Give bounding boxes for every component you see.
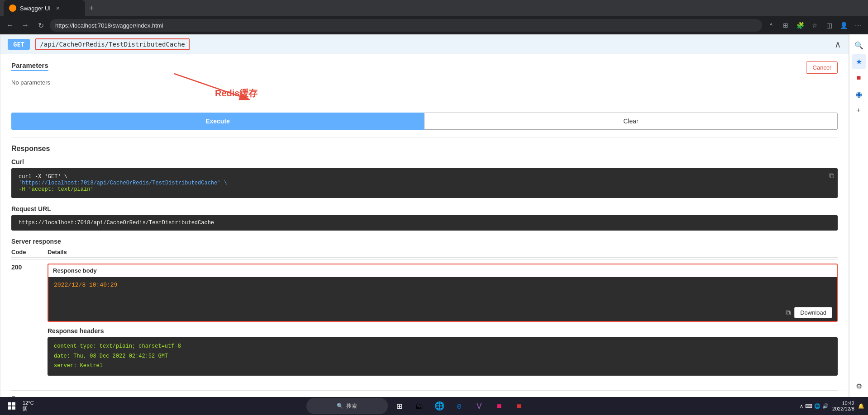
responses-section-title: Responses	[11, 145, 838, 153]
svg-rect-2	[8, 402, 11, 406]
server-response-title: Server response	[11, 238, 838, 245]
taskbar-center: 🔍 搜索 ⊞ 🗂 🌐 e V ■ ■	[306, 398, 527, 414]
notification-btn[interactable]: 🔔	[858, 403, 864, 409]
browser-tab[interactable]: Swagger UI ✕	[4, 0, 85, 16]
reading-mode-btn[interactable]: ᴬ	[765, 19, 777, 32]
method-badge: GET	[8, 39, 30, 50]
response-header-3: server: Kestrel	[54, 361, 831, 371]
search-label: 搜索	[346, 402, 357, 410]
taskbar-left: 12°C 阴	[4, 398, 34, 414]
tray-sound-icon: 🔊	[822, 403, 829, 409]
system-tray-icons: ∧ ⌨ 🌐 🔊	[800, 403, 829, 409]
weather-info: 12°C 阴	[23, 400, 34, 412]
taskbar-right: ∧ ⌨ 🌐 🔊 10:42 2022/12/8 🔔	[800, 401, 864, 411]
chrome-btn[interactable]: 🌐	[431, 398, 448, 414]
curl-line3: -H 'accept: text/plain'	[19, 186, 830, 193]
copy-curl-icon[interactable]: ⧉	[829, 172, 834, 180]
back-btn[interactable]: ←	[4, 19, 16, 32]
tab-close-btn[interactable]: ✕	[54, 5, 62, 12]
download-button[interactable]: Download	[794, 307, 832, 318]
response-body-content: 2022/12/8 10:40:29	[48, 277, 837, 304]
copy-response-icon[interactable]: ⧉	[786, 307, 791, 318]
response-details-col: Response body 2022/12/8 10:40:29 ⧉ Downl…	[48, 264, 838, 379]
endpoint-path: /api/CacheOrRedis/TestDistributedCache	[35, 38, 189, 50]
search-icon: 🔍	[337, 403, 343, 409]
response-code-value: 200	[11, 264, 48, 271]
browser-sidebar: 🔍 ★ ■ ◉ + ⚙	[849, 34, 868, 397]
response-headers-label: Response headers	[48, 327, 838, 335]
clear-button[interactable]: Clear	[424, 113, 838, 130]
clock-time: 10:42	[832, 401, 854, 406]
address-bar-input[interactable]	[50, 19, 762, 32]
app1-btn[interactable]: ■	[491, 398, 507, 414]
bottom-responses-title: Responses	[0, 391, 849, 397]
clock: 10:42 2022/12/8	[832, 401, 854, 411]
server-response-table-header: Code Details	[11, 249, 838, 258]
annotation-area: No parameters Redis缓存	[11, 78, 838, 105]
details-col-header: Details	[48, 249, 838, 255]
sidebar-ext1-icon[interactable]: ■	[852, 71, 866, 85]
request-url-label: Request URL	[11, 205, 838, 212]
taskbar: 12°C 阴 🔍 搜索 ⊞ 🗂 🌐 e V ■ ■ ∧ ⌨	[0, 397, 868, 415]
favorites-btn[interactable]: ☆	[808, 19, 821, 32]
main-content-area: GET /api/CacheOrRedis/TestDistributedCac…	[0, 34, 849, 397]
new-tab-btn[interactable]: +	[85, 2, 98, 14]
code-col-header: Code	[11, 249, 48, 255]
parameters-title: Parameters	[11, 61, 48, 71]
collapse-btn[interactable]: ∧	[835, 39, 841, 50]
tray-network-icon: 🌐	[814, 403, 820, 409]
execute-row: Execute Clear	[11, 113, 838, 130]
response-header-2: date: Thu, 08 Dec 2022 02:42:52 GMT	[54, 352, 831, 362]
no-params-text: No parameters	[11, 79, 50, 86]
forward-btn[interactable]: →	[19, 19, 32, 32]
response-header-1: content-type: text/plain; charset=utf-8	[54, 342, 831, 352]
collections-btn[interactable]: ◫	[823, 19, 835, 32]
response-headers-box: content-type: text/plain; charset=utf-8 …	[48, 337, 838, 376]
sidebar-star-icon[interactable]: ★	[852, 54, 866, 69]
svg-rect-5	[12, 406, 15, 410]
response-row-200: 200 Response body 2022/12/8 10:40:29 ⧉ D…	[11, 260, 838, 383]
tab-title: Swagger UI	[20, 5, 51, 12]
sidebar-add-icon[interactable]: +	[852, 103, 866, 118]
tray-up-arrow[interactable]: ∧	[800, 403, 803, 409]
weather-desc: 阴	[23, 406, 34, 412]
windows-menu-btn[interactable]	[4, 398, 20, 414]
vs-btn[interactable]: V	[471, 398, 487, 414]
reload-btn[interactable]: ↻	[34, 19, 47, 32]
tab-favicon	[9, 5, 16, 12]
request-url-value: https://localhost:7018/api/CacheOrRedis/…	[11, 215, 838, 231]
translate-btn[interactable]: ⊞	[779, 19, 792, 32]
swagger-panel: GET /api/CacheOrRedis/TestDistributedCac…	[0, 34, 849, 397]
curl-block: curl -X 'GET' \ 'https://localhost:7018/…	[11, 168, 838, 198]
more-btn[interactable]: ⋯	[852, 19, 864, 32]
profile-btn[interactable]: 👤	[837, 19, 850, 32]
extensions-btn[interactable]: 🧩	[794, 19, 806, 32]
svg-rect-4	[8, 406, 11, 410]
clock-date: 2022/12/8	[832, 406, 854, 411]
search-taskbar-btn[interactable]: 🔍 搜索	[306, 398, 388, 414]
task-view-btn[interactable]: ⊞	[391, 398, 408, 414]
svg-rect-3	[12, 402, 15, 406]
response-body-label: Response body	[48, 264, 837, 277]
sidebar-settings-icon[interactable]: ⚙	[852, 379, 866, 393]
app2-btn[interactable]: ■	[511, 398, 527, 414]
parameters-section: Cancel Parameters No parameters	[0, 54, 849, 113]
endpoint-header[interactable]: GET /api/CacheOrRedis/TestDistributedCac…	[0, 35, 849, 54]
sidebar-search-icon[interactable]: 🔍	[852, 38, 866, 52]
redis-annotation-label: Redis缓存	[215, 87, 258, 99]
execute-button[interactable]: Execute	[11, 113, 424, 130]
curl-line1: curl -X 'GET' \	[19, 174, 830, 180]
response-body-box: Response body 2022/12/8 10:40:29 ⧉ Downl…	[48, 264, 838, 322]
file-explorer-btn[interactable]: 🗂	[411, 398, 428, 414]
tray-keyboard-icon: ⌨	[805, 403, 812, 409]
edge-btn[interactable]: e	[451, 398, 467, 414]
response-body-value: 2022/12/8 10:40:29	[54, 282, 117, 288]
sidebar-ext2-icon[interactable]: ◉	[852, 87, 866, 101]
weather-temp: 12°C	[23, 400, 34, 406]
cancel-button[interactable]: Cancel	[806, 61, 838, 74]
curl-line2: 'https://localhost:7018/api/CacheOrRedis…	[19, 180, 830, 186]
responses-section: Responses Curl curl -X 'GET' \ 'https://…	[0, 137, 849, 390]
response-body-actions: ⧉ Download	[48, 304, 837, 321]
curl-label: Curl	[11, 158, 838, 165]
